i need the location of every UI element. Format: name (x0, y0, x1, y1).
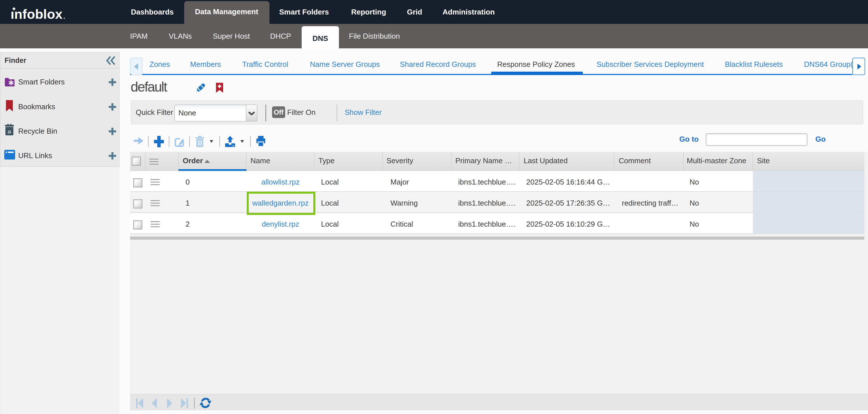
svg-text:♻: ♻ (7, 130, 11, 135)
